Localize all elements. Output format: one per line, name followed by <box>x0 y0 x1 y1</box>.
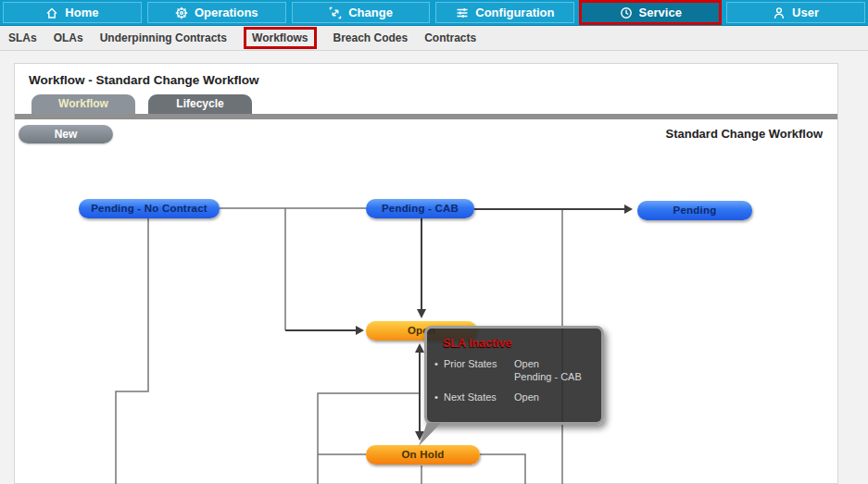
tooltip-prior-states-values: Open Pending - CAB <box>514 357 582 383</box>
state-node-pending[interactable]: Pending <box>637 201 752 220</box>
state-tooltip: SLA Inactive • Prior States Open Pending… <box>424 326 604 425</box>
service-clock-icon <box>620 6 633 19</box>
state-node-pending-no-contract[interactable]: Pending - No Contract <box>79 199 220 218</box>
bullet-icon: • <box>434 391 444 403</box>
home-icon <box>45 6 58 19</box>
nav-home-label: Home <box>65 6 98 19</box>
nav-service[interactable]: Service <box>579 0 722 25</box>
workflow-name-label: Standard Change Workflow <box>666 127 824 141</box>
tab-workflow[interactable]: Workflow <box>31 94 135 114</box>
user-icon <box>773 6 786 19</box>
configuration-sliders-icon <box>456 6 469 19</box>
nav-service-label: Service <box>639 6 682 19</box>
tooltip-prior-states-label: Prior States <box>444 357 514 383</box>
subnav-workflows[interactable]: Workflows <box>244 27 316 49</box>
nav-operations[interactable]: Operations <box>147 2 286 23</box>
subnav-breach-codes[interactable]: Breach Codes <box>333 31 409 44</box>
state-node-pending-cab[interactable]: Pending - CAB <box>366 199 474 218</box>
tooltip-prior-value-1: Open <box>514 357 582 370</box>
new-button[interactable]: New <box>19 125 113 143</box>
tooltip-prior-value-2: Pending - CAB <box>514 370 582 383</box>
bullet-icon: • <box>434 357 444 383</box>
tooltip-next-states-row: • Next States Open <box>427 391 601 403</box>
state-node-on-hold[interactable]: On Hold <box>366 445 480 465</box>
nav-configuration[interactable]: Configuration <box>435 2 574 23</box>
nav-home[interactable]: Home <box>3 2 142 23</box>
nav-user-label: User <box>792 6 819 19</box>
nav-configuration-label: Configuration <box>475 6 554 19</box>
subnav-olas[interactable]: OLAs <box>54 31 83 44</box>
tab-strip-divider <box>15 114 837 119</box>
subnav-underpinning-contracts[interactable]: Underpinning Contracts <box>100 31 227 44</box>
subnav-contracts[interactable]: Contracts <box>424 31 476 44</box>
subnav-slas[interactable]: SLAs <box>8 31 37 44</box>
tab-lifecycle[interactable]: Lifecycle <box>148 94 252 114</box>
nav-user[interactable]: User <box>726 2 865 23</box>
tooltip-next-value-1: Open <box>514 391 539 403</box>
nav-change-label: Change <box>348 6 393 19</box>
tooltip-title: SLA Inactive <box>443 337 601 350</box>
tab-bar: Workflow Lifecycle <box>31 94 252 114</box>
change-arrows-icon <box>329 6 342 19</box>
tooltip-prior-states-row: • Prior States Open Pending - CAB <box>427 357 601 383</box>
nav-change[interactable]: Change <box>292 2 431 23</box>
nav-operations-label: Operations <box>195 6 258 19</box>
top-navbar: Home Operations Change Configuration Ser… <box>0 0 868 26</box>
operations-wheel-icon <box>175 6 188 19</box>
service-subnav: SLAs OLAs Underpinning Contracts Workflo… <box>0 26 868 51</box>
tooltip-next-states-label: Next States <box>444 391 514 403</box>
page-title: Workflow - Standard Change Workflow <box>29 73 259 87</box>
tooltip-next-states-values: Open <box>514 391 539 403</box>
